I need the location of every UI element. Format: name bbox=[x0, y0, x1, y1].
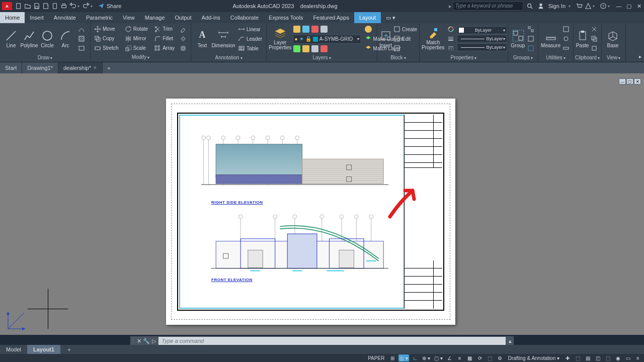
fillet-button[interactable]: Fillet bbox=[152, 34, 176, 43]
panel-modify[interactable]: Modify bbox=[91, 54, 191, 62]
stretch-button[interactable]: Stretch bbox=[93, 44, 120, 53]
trim-button[interactable]: Trim bbox=[152, 25, 176, 34]
tab-overflow[interactable]: ▭ ▾ bbox=[381, 12, 400, 23]
tab-annotate[interactable]: Annotate bbox=[49, 12, 81, 23]
qat-save-icon[interactable] bbox=[32, 2, 41, 11]
layer-mini4-icon[interactable] bbox=[320, 25, 328, 34]
status-otrack-icon[interactable]: ∠ bbox=[446, 354, 454, 361]
viewport[interactable]: RIGHT SIDE ELEVATION FRONT ELEVATION bbox=[179, 115, 405, 309]
search-icon[interactable] bbox=[525, 2, 534, 11]
status-cycling-icon[interactable]: ⟳ bbox=[476, 354, 484, 361]
arc-button[interactable]: Arc bbox=[56, 24, 74, 53]
blockattr-icon[interactable] bbox=[392, 44, 419, 53]
copyclip-icon[interactable] bbox=[589, 34, 599, 43]
ribbon-collapse-icon[interactable]: ▸ bbox=[637, 52, 643, 61]
clip3-icon[interactable] bbox=[589, 44, 599, 53]
paste-button[interactable]: Paste bbox=[576, 24, 589, 53]
filetab-dealership[interactable]: dealership*✕ bbox=[58, 62, 103, 73]
search-input[interactable]: Type a keyword or phrase bbox=[453, 2, 523, 11]
cmdline-close-icon[interactable]: ✕ bbox=[135, 338, 142, 344]
signin-label[interactable]: Sign In bbox=[548, 3, 566, 9]
offset-icon[interactable] bbox=[178, 44, 188, 53]
status-isolate-icon[interactable]: ⬚ bbox=[604, 354, 612, 361]
panel-block[interactable]: Block bbox=[377, 54, 419, 62]
status-qp-icon[interactable]: ▤ bbox=[584, 354, 592, 361]
new-tab-button[interactable]: ＋ bbox=[103, 62, 115, 73]
qat-saveas-icon[interactable] bbox=[41, 2, 50, 11]
workspace-dropdown[interactable]: Drafting & Annotation ▾ bbox=[506, 355, 561, 361]
erase-icon[interactable] bbox=[178, 25, 188, 34]
tab-manage[interactable]: Manage bbox=[140, 12, 170, 23]
status-gear-icon[interactable]: ⚙ bbox=[496, 354, 504, 361]
blockedit-button[interactable]: Edit bbox=[392, 34, 419, 43]
help-icon[interactable]: ? bbox=[599, 2, 608, 11]
linear-button[interactable]: Linear bbox=[236, 25, 264, 34]
layerprops-button[interactable]: Layer Properties bbox=[269, 24, 292, 53]
tab-featuredapps[interactable]: Featured Apps bbox=[308, 12, 354, 23]
cart-icon[interactable] bbox=[575, 2, 584, 11]
panel-annotation[interactable]: Annotation bbox=[191, 54, 266, 62]
panel-groups[interactable]: Groups bbox=[508, 54, 538, 62]
tab-home[interactable]: Home bbox=[0, 12, 25, 23]
dimension-button[interactable]: Dimension bbox=[211, 24, 235, 53]
new-layout-button[interactable]: ＋ bbox=[60, 345, 78, 354]
status-hw-icon[interactable]: ◉ bbox=[614, 354, 622, 361]
share-icon[interactable] bbox=[97, 2, 106, 11]
filetab-drawing1[interactable]: Drawing1* bbox=[22, 62, 58, 73]
layer-mini1-icon[interactable] bbox=[293, 25, 301, 34]
status-lock-icon[interactable]: ◫ bbox=[594, 354, 602, 361]
text-button[interactable]: AText bbox=[193, 24, 211, 53]
leader-button[interactable]: Leader bbox=[236, 34, 264, 43]
tab-expresstools[interactable]: Express Tools bbox=[264, 12, 308, 23]
layer-mini2-icon[interactable] bbox=[302, 25, 310, 34]
layouttab-layout1[interactable]: Layout1 bbox=[27, 345, 60, 354]
circle-button[interactable]: Circle bbox=[38, 24, 56, 53]
layer-mini6-icon[interactable] bbox=[302, 44, 310, 53]
line-button[interactable]: Line bbox=[2, 24, 20, 53]
layer-mini3-icon[interactable] bbox=[311, 25, 319, 34]
qat-new-icon[interactable] bbox=[14, 2, 23, 11]
panel-clipboard[interactable]: Clipboard bbox=[574, 54, 601, 62]
layer-mini5-icon[interactable] bbox=[293, 44, 301, 53]
groupedit-icon[interactable] bbox=[526, 34, 536, 43]
cmdline-handle[interactable]: ⋮⋮ bbox=[130, 338, 135, 344]
maximize-button[interactable]: ▢ bbox=[624, 1, 634, 11]
tab-collaborate[interactable]: Collaborate bbox=[225, 12, 264, 23]
cmdline-history-icon[interactable]: ▴ bbox=[507, 338, 514, 344]
status-grid-icon[interactable]: ⊞ bbox=[388, 354, 396, 361]
space-indicator[interactable]: PAPER bbox=[366, 355, 386, 361]
status-snap-icon[interactable]: ◎ ▾ bbox=[398, 354, 409, 361]
cut-icon[interactable] bbox=[589, 25, 599, 34]
command-input[interactable]: Type a command bbox=[158, 337, 506, 345]
matchprops-button[interactable]: Match Properties bbox=[422, 24, 445, 53]
ungroup-icon[interactable] bbox=[526, 25, 536, 34]
status-customize-icon[interactable]: ≡ bbox=[634, 354, 642, 361]
layer-mini7-icon[interactable] bbox=[311, 44, 319, 53]
layouttab-model[interactable]: Model bbox=[0, 345, 27, 354]
util2-icon[interactable] bbox=[561, 34, 571, 43]
drawing-area[interactable]: — ▢ ✕ bbox=[0, 73, 644, 335]
panel-view[interactable]: View bbox=[602, 54, 625, 62]
app-icon[interactable]: A bbox=[2, 2, 12, 10]
linetype-icon[interactable] bbox=[446, 44, 456, 53]
tab-view[interactable]: View bbox=[118, 12, 140, 23]
autodesk-app-icon[interactable] bbox=[584, 2, 593, 11]
tab-addins[interactable]: Add-ins bbox=[197, 12, 225, 23]
cmdline-customize-icon[interactable]: 🔧 bbox=[142, 338, 150, 344]
lineweight-dropdown[interactable]: ByLayer▾ bbox=[457, 35, 507, 43]
scale-button[interactable]: Scale bbox=[123, 44, 149, 53]
doc-minimize-button[interactable]: — bbox=[619, 78, 626, 84]
qat-webmobile-icon[interactable] bbox=[50, 2, 59, 11]
tab-parametric[interactable]: Parametric bbox=[81, 12, 118, 23]
close-icon[interactable]: ✕ bbox=[93, 65, 97, 70]
color-wheel-icon[interactable] bbox=[446, 25, 456, 34]
minimize-button[interactable]: — bbox=[614, 1, 624, 11]
status-osnap-icon[interactable]: ▢ ▾ bbox=[433, 354, 444, 361]
share-label[interactable]: Share bbox=[107, 3, 121, 9]
tab-insert[interactable]: Insert bbox=[25, 12, 49, 23]
util3-icon[interactable] bbox=[561, 44, 571, 53]
explode-icon[interactable] bbox=[178, 34, 188, 43]
draw-misc1-icon[interactable] bbox=[76, 25, 87, 34]
groupsel-icon[interactable] bbox=[526, 44, 536, 53]
layer-mini8-icon[interactable] bbox=[320, 44, 328, 53]
